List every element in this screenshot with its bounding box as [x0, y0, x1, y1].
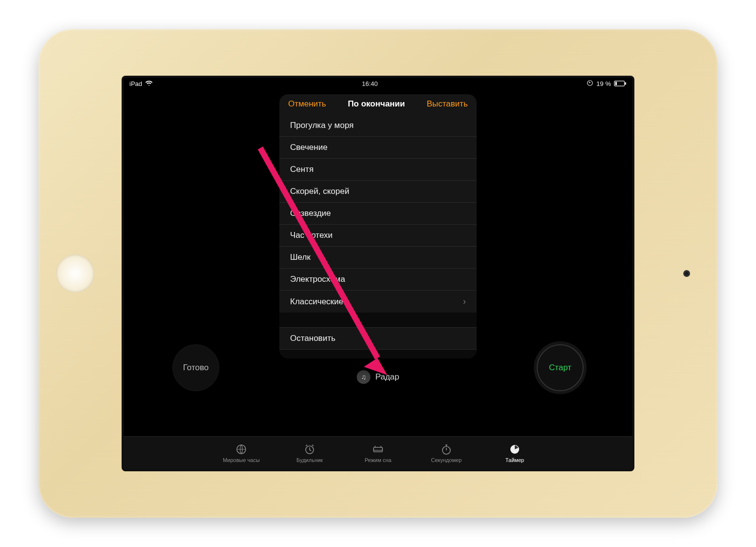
tab-bar: Мировые часы Будильник Режим сна Секундо… — [124, 436, 632, 469]
sound-option[interactable]: Свечение — [279, 137, 477, 159]
orientation-lock-icon — [587, 80, 593, 88]
battery-icon — [614, 81, 627, 86]
classic-sounds-row[interactable]: Классические › — [279, 291, 477, 313]
popover-title: По окончании — [348, 99, 405, 109]
front-camera — [683, 270, 690, 277]
sound-option[interactable]: Шелк — [279, 247, 477, 269]
sound-option[interactable]: Электросхема — [279, 269, 477, 291]
status-bar: iPad 16:40 19 % — [124, 78, 632, 89]
sound-option[interactable]: Час потехи — [279, 225, 477, 247]
start-button-label: Старт — [549, 363, 571, 373]
sound-option[interactable]: Сентя — [279, 159, 477, 181]
wifi-icon — [145, 81, 153, 86]
svg-rect-2 — [625, 82, 626, 84]
sound-option[interactable]: Скорей, скорей — [279, 181, 477, 203]
tab-world-clock[interactable]: Мировые часы — [217, 443, 266, 463]
cancel-button[interactable]: Отменить — [288, 99, 326, 109]
done-button-label: Готово — [183, 363, 209, 373]
ipad-bezel: iPad 16:40 19 % Готово Старт — [39, 29, 717, 518]
battery-label: 19 % — [596, 80, 611, 87]
tab-stopwatch[interactable]: Секундомер — [422, 443, 471, 463]
home-button[interactable] — [56, 254, 94, 293]
done-button[interactable]: Готово — [172, 344, 219, 391]
sound-option[interactable]: Прогулка у моря — [279, 115, 477, 137]
stop-playing-option[interactable]: Остановить — [279, 328, 477, 349]
clock-label: 16:40 — [362, 80, 378, 87]
timer-sound-row[interactable]: ♫ Радар — [357, 370, 399, 384]
tab-alarm[interactable]: Будильник — [285, 443, 334, 463]
sound-option[interactable]: Созвездие — [279, 203, 477, 225]
sound-name-label: Радар — [375, 372, 399, 382]
svg-rect-8 — [374, 447, 382, 452]
music-note-icon: ♫ — [357, 370, 370, 384]
svg-rect-3 — [615, 82, 617, 85]
tab-timer[interactable]: Таймер — [490, 443, 539, 463]
set-button[interactable]: Выставить — [427, 99, 468, 109]
when-timer-ends-popover: Отменить По окончании Выставить Прогулка… — [279, 94, 477, 358]
tab-sleep[interactable]: Режим сна — [354, 443, 402, 463]
screen: iPad 16:40 19 % Готово Старт — [122, 76, 634, 471]
device-label: iPad — [129, 80, 142, 87]
chevron-right-icon: › — [463, 296, 466, 307]
start-button[interactable]: Старт — [537, 344, 584, 391]
